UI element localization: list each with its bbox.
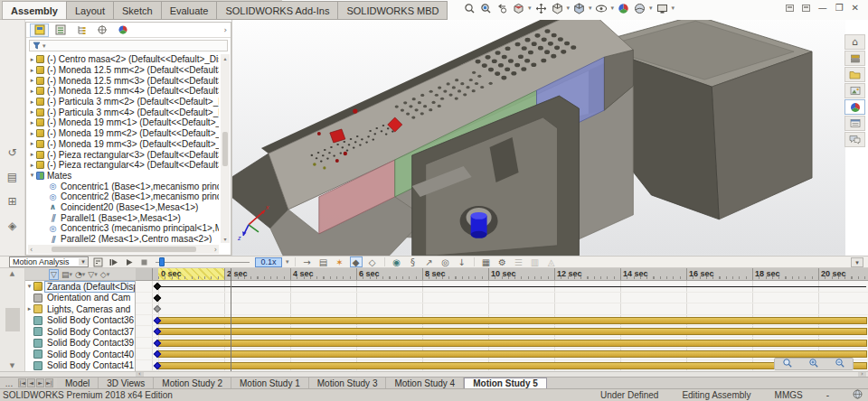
feature-tree-item[interactable]: ▸ (-) Moneda 12.5 mm<3> (Default<<Defaul… <box>28 75 219 86</box>
viewport-3d-model[interactable]: x z <box>231 20 845 256</box>
file-explorer-icon[interactable] <box>844 67 865 82</box>
document-tab[interactable]: Motion Study 5 <box>464 378 547 388</box>
expand-icon[interactable]: ▸ <box>28 88 36 95</box>
study-type-select[interactable]: Motion Analysis ▾ <box>9 256 89 267</box>
slider-thumb[interactable] <box>159 257 165 266</box>
close-icon[interactable]: ✕ <box>852 4 859 13</box>
feature-tree-item[interactable]: ▸ (-) Particula 3 mm<2> (Default<<Defaul… <box>28 97 219 107</box>
view-orientation-icon[interactable] <box>551 2 564 15</box>
tree-filter[interactable]: ▾ <box>29 40 228 51</box>
collapse-icon[interactable]: ▾ <box>28 172 36 179</box>
mates-folder[interactable]: ▾ Mates <box>28 171 219 182</box>
timeline-track[interactable] <box>136 338 868 350</box>
timeline-track[interactable] <box>136 360 868 372</box>
propertymanager-tab[interactable] <box>51 23 70 37</box>
history-icon[interactable]: ↺ <box>7 146 16 159</box>
scroll-right-icon[interactable]: › <box>214 246 217 254</box>
expand-icon[interactable]: ▸ <box>28 77 36 84</box>
expand-icon[interactable]: ▸ <box>28 98 36 106</box>
motion-tree-item[interactable]: Orientation and Cam <box>25 293 135 304</box>
motion-tree-scrollbar[interactable]: ▲ ▼ <box>0 268 25 371</box>
next-tab-icon[interactable]: ► <box>36 378 44 387</box>
timeline-track[interactable] <box>136 303 868 315</box>
minimize-icon[interactable]: — <box>818 4 827 13</box>
mate-item[interactable]: ∥ Parallel2 (Mesa<1>,Centro masa<2>) <box>28 234 219 243</box>
expand-icon[interactable]: ▸ <box>28 140 36 147</box>
filter-results-icon[interactable]: ◇▾ <box>100 270 109 279</box>
zoom-area-icon[interactable] <box>479 2 493 15</box>
zoom-in-icon[interactable] <box>808 358 819 370</box>
timeline-track[interactable] <box>136 281 868 293</box>
event-based-view-icon[interactable]: ☰ <box>513 256 525 267</box>
pan-icon[interactable] <box>534 2 548 15</box>
timeline-track[interactable] <box>136 293 868 304</box>
filter-driving-icon[interactable]: ◔▾ <box>75 270 85 279</box>
zoom-fit-icon[interactable] <box>463 2 476 15</box>
feature-tree-item[interactable]: ▸ (-) Moneda 12.5 mm<4> (Default<<Defaul… <box>28 86 219 97</box>
expand-icon[interactable]: ▸ <box>28 56 36 63</box>
force-icon[interactable]: ↗ <box>423 256 436 267</box>
document-tab[interactable]: Motion Study 3 <box>309 378 387 388</box>
expand-icon[interactable]: ▸ <box>28 67 36 74</box>
motion-tree-item[interactable]: Solid Body Contact39 <box>25 338 135 350</box>
prev-tab-icon[interactable]: ◄ <box>27 378 35 387</box>
autokey-icon[interactable]: ◆ <box>350 256 363 267</box>
last-tab-icon[interactable]: ►| <box>45 378 53 387</box>
scroll-thumb[interactable] <box>222 132 228 166</box>
expand-icon[interactable]: ▸ <box>28 162 36 169</box>
gravity-icon[interactable]: ↓ <box>456 256 468 267</box>
scroll-thumb[interactable] <box>5 308 20 331</box>
doc-restore-icon[interactable] <box>802 5 810 12</box>
units-indicator[interactable]: MMGS <box>775 390 803 400</box>
filter-animated-icon[interactable]: ▤▾ <box>61 270 72 279</box>
custom-properties-icon[interactable] <box>844 116 865 131</box>
home-icon[interactable]: ⌂ <box>844 34 865 50</box>
doc-minimize-icon[interactable] <box>786 5 794 12</box>
expand-icon[interactable]: ▸ <box>28 108 36 116</box>
ribbon-tab[interactable]: SOLIDWORKS Add-Ins <box>216 1 337 20</box>
timeline-track[interactable] <box>136 315 868 327</box>
timeline-ruler[interactable]: 0 sec2 sec4 sec6 sec8 sec10 sec12 sec14 … <box>136 268 868 281</box>
timebar[interactable] <box>231 268 231 371</box>
filter-selected-icon[interactable]: ▽▾ <box>88 270 97 279</box>
editing-mode[interactable]: Editing Assembly <box>682 390 750 400</box>
ribbon-tab[interactable]: Assembly <box>2 1 66 20</box>
change-bar[interactable] <box>158 317 867 324</box>
scroll-down-icon[interactable]: ▾ <box>223 236 226 242</box>
feature-tree-item[interactable]: ▸ (-) Pieza rectangular<4> (Default<<Def… <box>28 160 219 171</box>
calculate-icon[interactable] <box>92 256 104 267</box>
filter-results-icon[interactable]: ◬ <box>545 256 558 267</box>
scroll-left-icon[interactable]: ‹ <box>30 246 33 254</box>
view-settings-icon[interactable] <box>656 2 669 15</box>
feature-tree-item[interactable]: ▸ (-) Moneda 19 mm<1> (Default<<Default>… <box>28 117 219 128</box>
motion-tree-item[interactable]: ▸ Lights, Cameras and <box>25 303 135 315</box>
playback-mode-icon[interactable]: → <box>301 256 314 267</box>
motor-icon[interactable]: ◉ <box>391 256 403 267</box>
stop-icon[interactable] <box>138 256 150 267</box>
expand-icon[interactable]: ▸ <box>28 119 36 126</box>
motion-tree-item[interactable]: Solid Body Contact36 <box>25 315 135 327</box>
key-point[interactable] <box>154 305 161 312</box>
filter-icon[interactable]: ▽ <box>49 269 59 280</box>
results-plots-icon[interactable]: ▦ <box>480 256 493 267</box>
feature-tree-item[interactable]: ▸ (-) Pieza rectangular<3> (Default<<Def… <box>28 149 219 160</box>
graph-icon[interactable]: ▥ <box>529 256 542 267</box>
document-tab[interactable]: 3D Views <box>99 378 154 388</box>
zoom-out-icon[interactable] <box>782 358 793 370</box>
previous-view-icon[interactable] <box>495 2 509 15</box>
mate-item[interactable]: ◎ Concentric3 (mecanismo principal<1>,Me… <box>28 223 219 234</box>
key-point[interactable] <box>154 283 161 290</box>
feature-tree-item[interactable]: ▸ (-) Moneda 12.5 mm<2> (Default<<Defaul… <box>28 65 219 76</box>
save-animation-icon[interactable]: ▤ <box>317 256 330 267</box>
ribbon-tab[interactable]: Layout <box>66 1 113 20</box>
feature-tree-item[interactable]: ▸ (-) Centro masa<2> (Default<<Default>_… <box>28 54 219 65</box>
change-bar[interactable] <box>158 350 867 358</box>
timeline-tracks[interactable] <box>136 281 868 371</box>
scroll-down-icon[interactable]: ▼ <box>10 362 14 369</box>
motion-tree-item[interactable]: Solid Body Contact41 <box>25 360 135 372</box>
key-point[interactable] <box>154 294 161 301</box>
tab-overflow-button[interactable]: ... <box>0 378 18 388</box>
view-palette-icon[interactable] <box>844 83 865 98</box>
scroll-thumb[interactable] <box>52 247 196 252</box>
add-key-icon[interactable]: ◇ <box>366 256 379 267</box>
